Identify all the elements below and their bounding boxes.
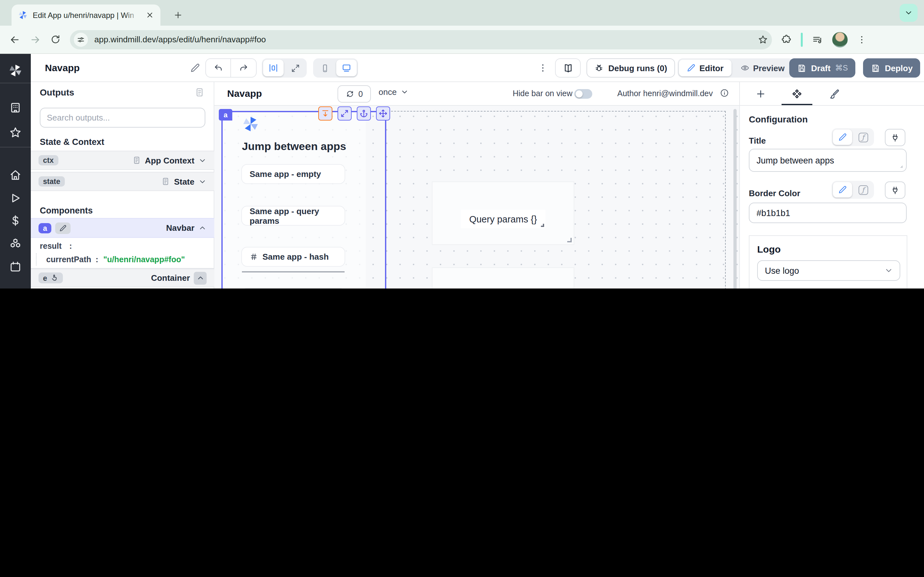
resize-corner[interactable] [567, 238, 572, 242]
reload-button[interactable] [50, 34, 61, 45]
sidebar-item-variables[interactable] [9, 214, 22, 227]
sidebar-item-favorites[interactable] [9, 126, 22, 139]
info-icon[interactable] [720, 89, 729, 97]
mobile-view-button[interactable] [314, 60, 335, 76]
rename-pencil-icon[interactable] [190, 63, 200, 73]
chevron-down-icon[interactable] [198, 177, 207, 185]
expand-height-button[interactable] [318, 106, 333, 121]
outputs-doc-icon[interactable] [194, 87, 205, 97]
navbar-component-row[interactable]: a Navbar [31, 218, 214, 238]
sidebar-item-resources[interactable] [9, 237, 22, 250]
fx-mode-button[interactable]: ƒ [853, 129, 873, 145]
chevron-down-icon[interactable] [198, 156, 207, 164]
nav-item-button[interactable]: Same app - hash [242, 247, 344, 266]
windmill-logo[interactable] [8, 63, 23, 77]
selection-border-right [385, 111, 386, 288]
bookmark-star-icon[interactable] [758, 34, 768, 45]
doc-icon[interactable] [161, 177, 170, 186]
title-input[interactable]: Jump between apps [749, 149, 907, 172]
editor-preview-group: Editor Preview [678, 58, 793, 77]
url-text[interactable]: app.windmill.dev/apps/edit/u/henri/navap… [94, 35, 751, 44]
window-chevron-button[interactable] [900, 4, 918, 22]
site-settings-icon[interactable] [74, 32, 88, 47]
sidebar-item-runs[interactable] [9, 192, 22, 205]
canvas-scrollbar[interactable] [733, 109, 737, 288]
sidebar-divider [0, 147, 31, 147]
deploy-button[interactable]: Deploy [863, 58, 921, 77]
docs-button[interactable] [555, 58, 581, 77]
navbar-result-block: result : currentPath : "u/henri/navapp#f… [31, 238, 214, 269]
use-logo-select[interactable]: Use logo [757, 260, 900, 281]
component-tag-a[interactable]: a [219, 109, 232, 121]
undo-button[interactable] [206, 59, 231, 77]
border-color-input[interactable]: #b1b1b1 [749, 203, 907, 223]
pencil-mode-button[interactable] [833, 129, 852, 145]
tab-components-icon[interactable] [791, 89, 803, 100]
current-path-key: currentPath [46, 255, 91, 264]
app-canvas[interactable]: a Jump between apps Same app - empty Sam… [214, 106, 739, 288]
collapse-button[interactable] [194, 271, 207, 284]
search-outputs-input[interactable] [40, 108, 205, 127]
layout-expand-button[interactable] [285, 60, 305, 76]
doc-icon[interactable] [132, 156, 141, 165]
connect-plug-button[interactable] [885, 181, 905, 199]
canvas-app-title: Navapp [227, 88, 262, 99]
connect-plug-button[interactable] [885, 129, 905, 146]
navbar-title: Jump between apps [242, 140, 346, 153]
undo-redo-group [205, 58, 257, 77]
tab-insert-icon[interactable] [755, 89, 766, 99]
tab-close-icon[interactable] [145, 11, 154, 19]
move-button[interactable] [376, 106, 390, 121]
query-params-text-box[interactable]: Query params {} [461, 210, 545, 228]
back-button[interactable] [9, 34, 21, 45]
windmill-favicon [18, 10, 27, 20]
desktop-view-button[interactable] [336, 60, 357, 76]
tab-editor[interactable]: Editor [679, 60, 731, 76]
more-menu-icon[interactable] [538, 63, 548, 73]
anchor-button[interactable] [357, 106, 371, 121]
nav-item-button[interactable]: Same app - empty [242, 165, 344, 183]
schedule-mode-select[interactable]: once [379, 87, 409, 97]
state-row[interactable]: state State [31, 172, 214, 191]
pencil-mode-button[interactable] [833, 182, 852, 197]
refresh-button[interactable]: 0 [338, 85, 371, 103]
layout-center-button[interactable] [263, 60, 284, 76]
tree-guide-line [36, 253, 37, 266]
toolbar-divider [801, 32, 803, 47]
draft-button[interactable]: Draft ⌘S [789, 58, 856, 77]
layout-mode-group [262, 58, 307, 77]
avatar[interactable] [832, 32, 848, 47]
nav-item-button[interactable]: Same app - query params [242, 206, 344, 225]
sidebar-divider [0, 83, 31, 83]
extensions-icon[interactable] [781, 34, 792, 45]
forward-button[interactable] [29, 34, 41, 45]
media-controls-icon[interactable] [812, 34, 823, 45]
sidebar-item-schedules[interactable] [9, 260, 22, 273]
debug-runs-button[interactable]: Debug runs (0) [586, 58, 675, 77]
tab-preview[interactable]: Preview [732, 60, 792, 76]
url-bar[interactable]: app.windmill.dev/apps/edit/u/henri/navap… [70, 30, 772, 49]
save-icon [797, 63, 806, 73]
tab-styling-icon[interactable] [829, 89, 840, 100]
navbar-label: Navbar [166, 223, 194, 233]
edit-id-pencil-icon[interactable] [55, 222, 71, 234]
browser-menu-icon[interactable] [857, 34, 867, 45]
state-context-heading: State & Context [40, 137, 104, 147]
container-e-row[interactable]: e Container [31, 269, 214, 287]
component-badge-e: e [39, 272, 63, 284]
sidebar-item-home[interactable] [9, 169, 22, 181]
bug-icon [594, 63, 604, 73]
hash-container[interactable]: Hash: "f [433, 268, 573, 288]
ctx-badge: ctx [39, 155, 58, 165]
state-label: State [174, 177, 194, 186]
fx-mode-button[interactable]: ƒ [853, 182, 873, 197]
hide-bar-toggle[interactable] [574, 89, 592, 99]
sidebar-item-workspace[interactable] [9, 101, 22, 114]
browser-tab[interactable]: Edit App u/henri/navapp | Win [11, 5, 160, 26]
ctx-row[interactable]: ctx App Context [31, 151, 214, 170]
fullscreen-button[interactable] [338, 106, 352, 121]
redo-button[interactable] [231, 59, 256, 77]
new-tab-button[interactable] [173, 10, 183, 20]
query-params-container[interactable]: Query params {} [433, 182, 573, 244]
chevron-up-icon[interactable] [198, 224, 207, 232]
